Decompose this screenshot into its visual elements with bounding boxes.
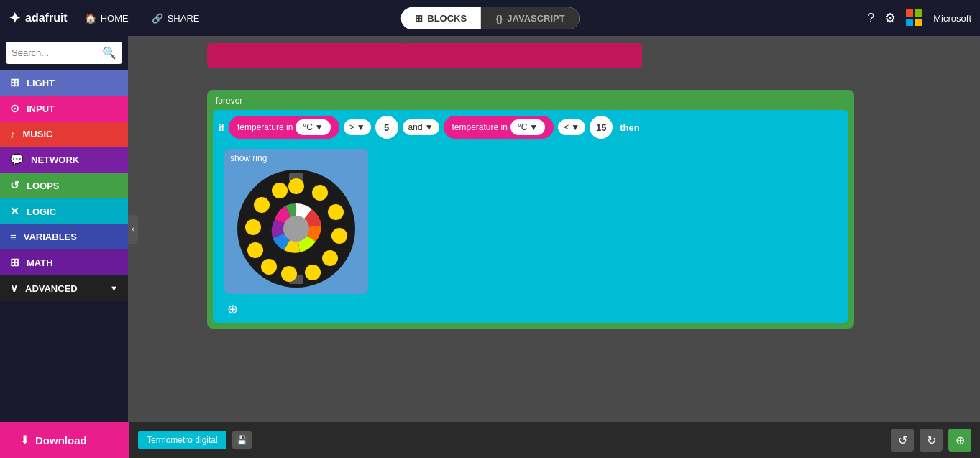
bottom-teal-bar: [241, 303, 843, 316]
svg-point-6: [331, 228, 347, 244]
sidebar: 🔍 ⊞ LIGHT ⊙ INPUT ♪ MUSIC 💬 NETWORK ↺ LO…: [0, 36, 128, 458]
ms-blue-square: [906, 19, 913, 26]
zoom-fit-button[interactable]: ⊕: [948, 429, 971, 452]
svg-point-10: [261, 259, 277, 275]
tab-switcher: ⊞ BLOCKS {} JAVASCRIPT: [400, 7, 579, 29]
svg-point-16: [283, 216, 309, 242]
blocks-label: BLOCKS: [427, 13, 467, 24]
sidebar-item-light[interactable]: ⊞ LIGHT: [0, 70, 128, 96]
value-circle-2[interactable]: 15: [590, 116, 613, 139]
gt-value: >: [349, 122, 354, 132]
block-if[interactable]: if temperature in °C ▼ > ▼ 5: [213, 110, 848, 323]
header: ✦ adafruit 🏠 HOME 🔗 SHARE ⊞ BLOCKS {} JA…: [0, 0, 980, 36]
sidebar-item-loops[interactable]: ↺ LOOPS: [0, 173, 128, 198]
temperature-block-1[interactable]: temperature in °C ▼: [229, 116, 339, 139]
sidebar-label-loops: LOOPS: [27, 180, 60, 191]
ms-red-square: [906, 9, 913, 17]
celsius-value-2: °C: [518, 122, 527, 132]
forever-label: forever: [213, 93, 848, 110]
header-right: ? ⚙ Microsoft: [867, 9, 971, 27]
search-input[interactable]: [12, 47, 98, 58]
sidebar-item-advanced[interactable]: ∨ ADVANCED ▼: [0, 275, 128, 301]
sidebar-label-variables: VARIABLES: [24, 232, 77, 242]
neopixel-ring-svg: [235, 168, 357, 290]
chevron-down-icon: ▼: [110, 284, 118, 293]
save-icon: 💾: [237, 435, 247, 445]
dropdown-arrow-1: ▼: [315, 122, 324, 132]
bottom-tab-button[interactable]: Termometro digital: [138, 431, 226, 449]
help-button[interactable]: ?: [867, 11, 874, 26]
celsius-dropdown-1[interactable]: °C ▼: [296, 119, 330, 135]
download-button[interactable]: ⬇ Download: [0, 422, 129, 458]
and-label: and: [408, 122, 423, 132]
sidebar-label-logic: LOGIC: [27, 206, 56, 217]
home-label: HOME: [101, 13, 129, 24]
settings-button[interactable]: ⚙: [884, 10, 896, 26]
home-icon: 🏠: [85, 13, 96, 24]
tab-blocks[interactable]: ⊞ BLOCKS: [400, 7, 481, 29]
svg-point-5: [328, 204, 344, 220]
if-condition-row: if temperature in °C ▼ > ▼ 5: [219, 113, 843, 142]
lt-value: <: [564, 122, 569, 132]
logic-icon: ✕: [10, 205, 19, 218]
value-1: 5: [384, 122, 389, 133]
search-box: 🔍: [6, 42, 122, 64]
and-arrow: ▼: [425, 122, 434, 132]
sidebar-item-logic[interactable]: ✕ LOGIC: [0, 198, 128, 224]
blocks-icon: ⊞: [415, 13, 423, 24]
block-purple-2[interactable]: [405, 43, 642, 68]
value-circle-1[interactable]: 5: [375, 116, 398, 139]
home-button[interactable]: 🏠 HOME: [79, 10, 134, 27]
sidebar-label-network: NETWORK: [31, 155, 79, 165]
bottom-bar: ⬇ Download Termometro digital 💾 ↺ ↻ ⊕: [0, 422, 980, 458]
sidebar-item-network[interactable]: 💬 NETWORK: [0, 147, 128, 173]
block-forever[interactable]: forever if temperature in °C ▼ > ▼: [207, 90, 854, 329]
undo-button[interactable]: ↺: [891, 429, 914, 452]
gt-operator[interactable]: > ▼: [344, 119, 371, 135]
lt-arrow: ▼: [571, 122, 580, 132]
sidebar-label-advanced: ADVANCED: [25, 283, 78, 294]
bottom-tab-label: Termometro digital: [147, 435, 218, 445]
input-icon: ⊙: [10, 102, 19, 115]
svg-point-7: [322, 250, 338, 266]
logo-star-icon: ✦: [9, 9, 21, 27]
download-icon: ⬇: [20, 434, 29, 446]
svg-point-3: [288, 178, 304, 194]
block-show-ring[interactable]: show ring: [224, 149, 368, 294]
svg-point-4: [312, 185, 328, 201]
svg-point-9: [281, 266, 297, 282]
sidebar-collapse-handle[interactable]: ‹: [128, 215, 138, 244]
block-purple-1[interactable]: [207, 43, 408, 68]
share-button[interactable]: 🔗 SHARE: [146, 10, 206, 27]
redo-button[interactable]: ↻: [920, 429, 943, 452]
loops-icon: ↺: [10, 179, 19, 192]
lt-operator[interactable]: < ▼: [558, 119, 585, 135]
add-block-button[interactable]: ⊕: [224, 300, 241, 319]
search-icon: 🔍: [102, 46, 116, 60]
and-operator[interactable]: and ▼: [403, 119, 439, 135]
sidebar-label-light: LIGHT: [27, 78, 55, 88]
dropdown-arrow-2: ▼: [529, 122, 538, 132]
bottom-save-button[interactable]: 💾: [232, 431, 252, 449]
sidebar-item-variables[interactable]: ≡ VARIABLES: [0, 224, 128, 249]
svg-point-14: [272, 183, 288, 198]
sidebar-item-input[interactable]: ⊙ INPUT: [0, 96, 128, 122]
if-keyword: if: [219, 122, 224, 133]
temperature-block-2[interactable]: temperature in °C ▼: [444, 116, 554, 139]
show-ring-label: show ring: [230, 153, 362, 163]
celsius-dropdown-2[interactable]: °C ▼: [510, 119, 545, 135]
svg-point-13: [254, 197, 270, 213]
gt-arrow: ▼: [357, 122, 365, 132]
share-icon: 🔗: [152, 13, 163, 24]
ms-green-square: [915, 9, 922, 17]
tab-javascript[interactable]: {} JAVASCRIPT: [481, 7, 580, 29]
celsius-value-1: °C: [303, 122, 312, 132]
temperature-label-2: temperature in: [452, 122, 508, 132]
logo: ✦ adafruit: [9, 9, 68, 27]
logo-text: adafruit: [25, 12, 68, 24]
sidebar-label-music: MUSIC: [23, 129, 53, 139]
sidebar-item-math[interactable]: ⊞ MATH: [0, 249, 128, 275]
if-footer: ⊕: [224, 300, 843, 319]
sidebar-item-music[interactable]: ♪ MUSIC: [0, 122, 128, 147]
share-label: SHARE: [168, 13, 200, 24]
